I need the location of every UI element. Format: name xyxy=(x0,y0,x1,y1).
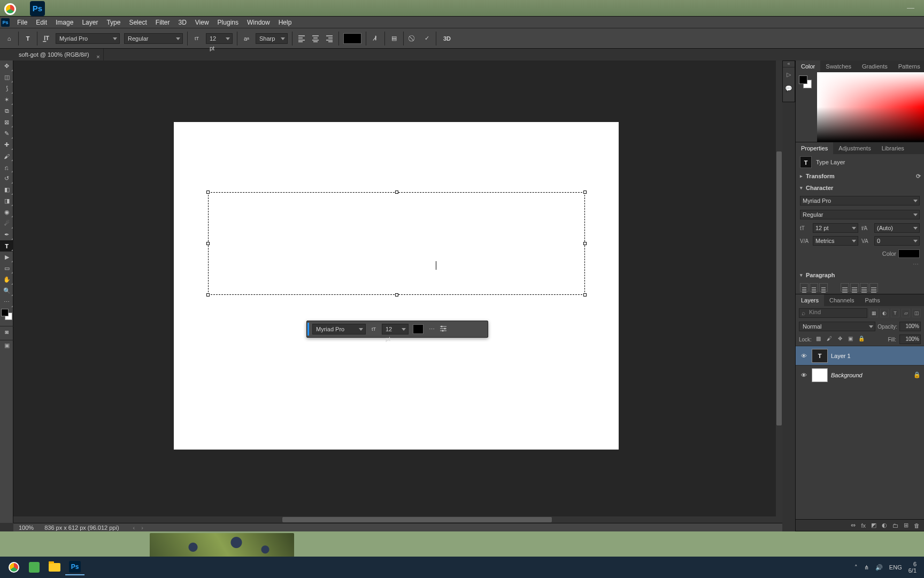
status-prev-arrow[interactable]: ‹ xyxy=(130,524,138,531)
frame-tool[interactable]: ⊠ xyxy=(0,117,13,128)
char-font-family[interactable]: Myriad Pro xyxy=(800,196,920,206)
lasso-tool[interactable]: ⟆ xyxy=(0,83,13,94)
lock-artboard-icon[interactable]: ▣ xyxy=(847,336,854,343)
para-align-right[interactable] xyxy=(819,283,828,292)
eraser-tool[interactable]: ◧ xyxy=(0,184,13,195)
char-kerning[interactable]: Metrics xyxy=(813,236,858,246)
panel-fgbg-swatch[interactable] xyxy=(799,75,813,89)
dodge-tool[interactable]: ☄ xyxy=(0,218,13,229)
tab-layers[interactable]: Layers xyxy=(796,294,824,306)
menu-image[interactable]: Image xyxy=(51,19,78,26)
quick-mask-button[interactable]: ◙ xyxy=(0,326,13,337)
opacity-value[interactable]: 100% xyxy=(899,322,921,331)
layer-filter-kind[interactable]: Kind xyxy=(799,308,867,318)
para-justify-center[interactable] xyxy=(850,283,859,292)
menu-view[interactable]: View xyxy=(191,19,213,26)
filter-shape-icon[interactable]: ▱ xyxy=(902,309,910,317)
font-style-select[interactable]: Regular xyxy=(124,33,183,44)
character-panel-button[interactable]: ▤ xyxy=(387,32,401,45)
type-tool[interactable]: T xyxy=(0,240,13,252)
tab-channels[interactable]: Channels xyxy=(824,294,859,306)
tray-language[interactable]: ENG xyxy=(889,564,902,571)
menu-help[interactable]: Help xyxy=(274,19,296,26)
window-minimize-button[interactable]: — xyxy=(907,3,914,12)
section-paragraph[interactable]: ▾ Paragraph xyxy=(796,269,924,281)
char-more[interactable]: ⋯ xyxy=(796,260,924,269)
edit-toolbar[interactable]: ⋯ xyxy=(0,296,13,308)
heal-tool[interactable]: ✚ xyxy=(0,139,13,150)
tray-wifi-icon[interactable]: ⋔ xyxy=(864,564,869,571)
cancel-edit-button[interactable]: ⃠ xyxy=(406,32,420,45)
taskbar-explorer-icon[interactable] xyxy=(45,559,64,575)
handle-bm[interactable] xyxy=(395,293,398,296)
type-tool-indicator-icon[interactable]: T xyxy=(21,32,35,45)
hand-tool[interactable]: ✋ xyxy=(0,274,13,285)
adjustment-layer-icon[interactable]: ◐ xyxy=(882,522,887,529)
history-brush-tool[interactable]: ↺ xyxy=(0,173,13,184)
group-icon[interactable]: 🗀 xyxy=(892,522,898,529)
handle-br[interactable] xyxy=(583,293,587,296)
commit-edit-button[interactable]: ✓ xyxy=(420,32,434,45)
3d-button[interactable]: 3D xyxy=(438,32,456,45)
filter-adjust-icon[interactable]: ◐ xyxy=(880,309,889,317)
tray-clock[interactable]: 6 6/1 xyxy=(908,561,917,574)
handle-mr[interactable] xyxy=(583,242,587,245)
para-align-center[interactable] xyxy=(810,283,818,292)
tab-swatches[interactable]: Swatches xyxy=(820,60,857,72)
menu-select[interactable]: Select xyxy=(125,19,151,26)
home-button[interactable]: ⌂ xyxy=(2,32,16,45)
marquee-tool[interactable]: ◫ xyxy=(0,72,13,83)
layer-mask-icon[interactable]: ◩ xyxy=(871,522,876,529)
para-justify-right[interactable] xyxy=(860,283,868,292)
tab-patterns[interactable]: Patterns xyxy=(893,60,924,72)
align-center-button[interactable] xyxy=(309,32,322,45)
section-transform[interactable]: ▸ Transform ⟳ xyxy=(796,170,924,182)
canvas-viewport[interactable]: Soft.c Myriad Pro tT 12 pt ⋯ xyxy=(13,60,782,523)
crop-tool[interactable]: ⧉ xyxy=(0,105,13,117)
tab-properties[interactable]: Properties xyxy=(796,142,833,154)
char-color-swatch[interactable] xyxy=(898,249,920,258)
history-panel-icon[interactable]: ▷ xyxy=(783,67,795,81)
char-leading[interactable]: (Auto) xyxy=(874,223,920,233)
reset-icon[interactable]: ⟳ xyxy=(916,173,921,180)
layer-item-background[interactable]: 👁 Background 🔒 xyxy=(796,365,924,384)
menu-filter[interactable]: Filter xyxy=(151,19,174,26)
text-color-swatch[interactable] xyxy=(343,33,361,44)
handle-tl[interactable] xyxy=(206,191,210,194)
layer-item-1[interactable]: 👁 T Layer 1 xyxy=(796,346,924,365)
para-align-left[interactable] xyxy=(800,283,808,292)
expand-panel-icon[interactable]: « xyxy=(783,61,795,67)
screen-mode-button[interactable]: ▣ xyxy=(0,340,13,351)
document-tab[interactable]: soft-got @ 100% (RGB/8#) × xyxy=(13,49,104,60)
handle-ml[interactable] xyxy=(206,242,210,245)
antialias-select[interactable]: Sharp xyxy=(256,33,288,44)
menu-type[interactable]: Type xyxy=(102,19,125,26)
section-character[interactable]: ▾ Character xyxy=(796,182,924,194)
menu-layer[interactable]: Layer xyxy=(78,19,102,26)
taskbar-photoshop-icon[interactable]: Ps xyxy=(65,559,84,575)
status-next-arrow[interactable]: › xyxy=(138,524,147,531)
ctx-more-button[interactable]: ⋯ xyxy=(426,326,437,333)
quick-select-tool[interactable]: ✶ xyxy=(0,94,13,105)
os-taskbar[interactable]: Ps ˄ ⋔ 🔊 ENG 6 6/1 xyxy=(0,557,924,578)
ctx-font-family-select[interactable]: Myriad Pro xyxy=(312,324,366,334)
lock-pixels-icon[interactable]: 🖌 xyxy=(826,336,833,343)
taskbar-chrome-icon[interactable] xyxy=(4,559,24,575)
path-select-tool[interactable]: ▶ xyxy=(0,252,13,263)
document-canvas[interactable]: Myriad Pro tT 12 pt ⋯ xyxy=(174,122,619,450)
system-tray[interactable]: ˄ ⋔ 🔊 ENG 6 6/1 xyxy=(854,561,920,574)
stamp-tool[interactable]: ⎌ xyxy=(0,162,13,173)
link-layers-icon[interactable]: ⇔ xyxy=(851,522,856,529)
tab-adjustments[interactable]: Adjustments xyxy=(833,142,876,154)
para-justify-left[interactable] xyxy=(841,283,849,292)
tab-gradients[interactable]: Gradients xyxy=(857,60,893,72)
warp-text-button[interactable]: I̷ xyxy=(368,32,382,45)
collapsed-panel-strip[interactable]: « ▷ 💬 xyxy=(782,60,795,102)
char-font-style[interactable]: Regular xyxy=(800,210,920,219)
font-family-select[interactable]: Myriad Pro xyxy=(56,33,120,44)
text-bounding-box[interactable] xyxy=(208,192,585,295)
filter-pixel-icon[interactable]: ▦ xyxy=(869,309,878,317)
vertical-scrollbar[interactable] xyxy=(776,60,782,516)
char-tracking[interactable]: 0 xyxy=(874,236,920,246)
pen-tool[interactable]: ✒ xyxy=(0,229,13,240)
